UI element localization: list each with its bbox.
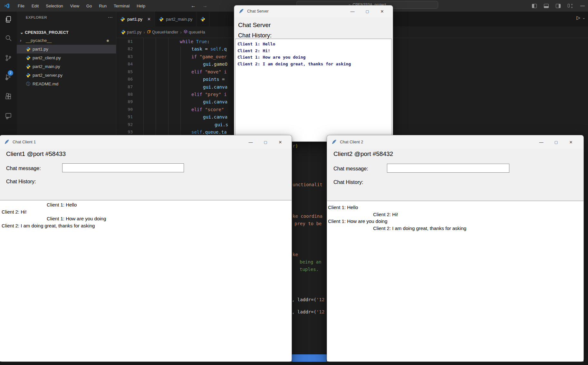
line-number: 83 xyxy=(116,54,133,59)
breadcrumb-label: queueHa xyxy=(189,30,205,34)
chat-client2-titlebar[interactable]: Chat Client 2 — ▢ ✕ xyxy=(327,135,583,149)
client2-heading: Client2 @port #58432 xyxy=(333,150,393,158)
code-fragment: prey to be xyxy=(294,221,322,226)
client1-history-text[interactable]: Client 1: HelloClient 2: Hi!Client 1: Ho… xyxy=(0,200,292,361)
menu-view[interactable]: View xyxy=(67,2,83,10)
server-history-line: Client 2: I am doing great, thanks for a… xyxy=(237,61,391,68)
explorer-icon[interactable] xyxy=(5,15,12,23)
breadcrumb-queueha[interactable]: queueHa xyxy=(184,30,205,34)
chat-client2-title: Chat Client 2 xyxy=(340,140,363,144)
breadcrumb-sep-icon: › xyxy=(143,30,145,35)
python-file-icon xyxy=(26,47,31,52)
code-line-84: 84gui.gameO xyxy=(116,62,234,69)
explorer-more-actions-icon[interactable]: ⋯ xyxy=(108,14,113,20)
python-file-icon xyxy=(26,55,31,60)
tab-label: part1.py xyxy=(127,17,142,22)
minimize-icon[interactable]: — xyxy=(345,9,360,14)
code-fragment: , laddr=('12 xyxy=(292,309,324,314)
extensions-icon[interactable] xyxy=(5,93,12,101)
minimize-icon[interactable]: — xyxy=(243,140,258,145)
close-icon[interactable]: ✕ xyxy=(273,140,288,145)
tk-feather-icon xyxy=(4,139,9,145)
file-part2-main-py[interactable]: part2_main.py xyxy=(17,62,116,71)
chat-client1-titlebar[interactable]: Chat Client 1 — ▢ ✕ xyxy=(0,135,292,149)
menu-edit[interactable]: Edit xyxy=(28,2,42,10)
code-line-83: 83if "game_over xyxy=(116,54,234,62)
remote-explorer-icon[interactable] xyxy=(5,112,12,120)
maximize-icon[interactable]: ▢ xyxy=(360,9,375,14)
tab-label: part2_main.py xyxy=(166,17,192,22)
tab-part1-py[interactable]: part1.py✕ xyxy=(116,12,155,26)
close-icon[interactable]: ✕ xyxy=(375,9,390,14)
chat-message: Client 1: Hello xyxy=(2,201,292,208)
code-line-86: 86points = xyxy=(116,77,234,84)
server-history-line: Client 1: Hello xyxy=(237,41,391,48)
tab-part2-main-py[interactable]: part2_main.py xyxy=(155,12,197,26)
minimize-icon[interactable]: — xyxy=(534,140,549,145)
line-number: 81 xyxy=(116,39,133,44)
close-icon[interactable]: ✕ xyxy=(147,17,151,22)
python-file-icon xyxy=(26,64,31,69)
server-history-label: Chat History: xyxy=(238,32,272,39)
maximize-icon[interactable]: ▢ xyxy=(258,140,273,144)
menu-go[interactable]: Go xyxy=(83,2,95,10)
line-number: 85 xyxy=(116,69,133,74)
vscode-status-bar xyxy=(292,354,327,362)
breadcrumb-queuehandler[interactable]: QueueHandler xyxy=(147,30,178,34)
line-number: 86 xyxy=(116,77,133,82)
window-minimize-icon[interactable]: — xyxy=(580,3,585,8)
file-readme-md[interactable]: ⓘREADME.md xyxy=(17,80,116,88)
file-label: part2_main.py xyxy=(33,64,60,69)
client1-message-input[interactable] xyxy=(62,163,184,172)
titlebar-layout-controls: — xyxy=(532,0,573,12)
server-history-text[interactable]: Client 1: HelloClient 2: Hi!Client 1: Ho… xyxy=(235,39,392,141)
menu-file[interactable]: File xyxy=(14,2,28,10)
code-line-87: 87gui.canva xyxy=(116,84,234,92)
code-line-82: 82task = self.q xyxy=(116,46,234,54)
line-number: 90 xyxy=(116,107,133,112)
file-part2-client-py[interactable]: part2_client.py xyxy=(17,53,116,62)
back-arrow-icon[interactable]: ← xyxy=(188,3,199,9)
code-fragment: unctionalit xyxy=(293,182,323,187)
file-part2-server-py[interactable]: part2_server.py xyxy=(17,71,116,80)
code-line-93: 93self.queue.ta xyxy=(116,130,234,135)
maximize-icon[interactable]: ▢ xyxy=(549,140,564,144)
breadcrumb-label: part1.py xyxy=(127,30,141,34)
breadcrumb-sep-icon: › xyxy=(180,30,182,35)
menu-run[interactable]: Run xyxy=(95,2,110,10)
file-label: README.md xyxy=(33,82,58,86)
toggle-secondary-sidebar-icon[interactable] xyxy=(556,4,561,8)
menu-help[interactable]: Help xyxy=(133,2,149,10)
python-file-icon xyxy=(121,30,126,34)
chat-server-titlebar[interactable]: Chat Server — ▢ ✕ xyxy=(234,5,393,17)
breadcrumb-label: QueueHandler xyxy=(152,30,178,34)
client2-message-input[interactable] xyxy=(387,164,509,173)
source-control-icon[interactable] xyxy=(5,54,12,62)
file-part1-py[interactable]: part1.py xyxy=(17,45,116,53)
toggle-sidebar-icon[interactable] xyxy=(532,4,537,8)
customize-layout-icon[interactable] xyxy=(568,4,573,8)
client1-messages: Client 1: HelloClient 2: Hi!Client 1: Ho… xyxy=(0,201,292,229)
run-python-file-icon[interactable]: ▷ xyxy=(576,15,580,21)
python-file-icon xyxy=(26,73,31,78)
menu-terminal[interactable]: Terminal xyxy=(110,2,133,10)
tab-partial[interactable] xyxy=(197,12,209,26)
code-fragment: r) xyxy=(293,143,298,149)
menu-selection[interactable]: Selection xyxy=(42,2,66,10)
method-symbol-icon xyxy=(184,30,188,34)
project-root-folder[interactable]: ⌄ CPEN333A_PROJECT xyxy=(17,28,116,36)
file-tree: ›__pycache__part1.pypart2_client.pypart2… xyxy=(17,36,116,88)
line-number: 84 xyxy=(116,62,133,66)
breadcrumb-part1.py[interactable]: part1.py xyxy=(121,30,141,34)
client2-history-text[interactable]: Client 1: HelloClient 2: Hi!Client 1: Ho… xyxy=(327,201,583,361)
client2-history-label: Chat History: xyxy=(333,179,363,185)
search-icon[interactable] xyxy=(5,34,12,42)
file-label: __pycache__ xyxy=(26,38,52,43)
file--pycache-[interactable]: ›__pycache__ xyxy=(17,36,116,45)
toggle-panel-icon[interactable] xyxy=(544,4,549,8)
run-dropdown-chevron-icon[interactable]: ⌄ xyxy=(582,15,585,20)
close-icon[interactable]: ✕ xyxy=(564,140,578,145)
line-number: 89 xyxy=(116,99,133,104)
code-line-89: 89gui.canva xyxy=(116,99,234,107)
forward-arrow-icon[interactable]: → xyxy=(199,3,211,9)
